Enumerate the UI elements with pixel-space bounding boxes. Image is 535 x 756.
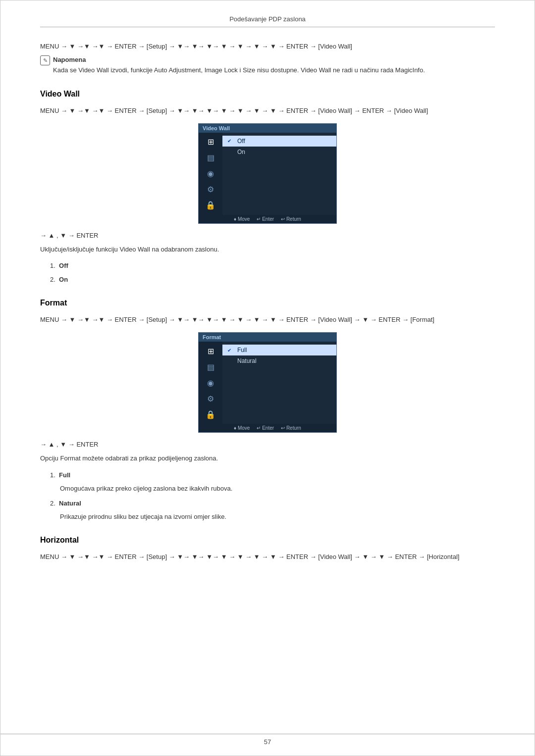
format-menu-box: Format ⊞ ▤ ◉ ⚙ 🔒 — [198, 332, 337, 433]
section-horizontal-heading: Horizontal — [40, 536, 495, 545]
menu-item-on[interactable]: On — [222, 147, 336, 157]
check-full: ✔ — [227, 348, 234, 353]
horizontal-nav: MENU → ▼ →▼ →▼ → ENTER → [Setup] → ▼→ ▼→… — [40, 552, 495, 562]
format-menu-title: Format — [199, 333, 336, 342]
format-full-sub: Omogućava prikaz preko cijelog zaslona b… — [60, 483, 495, 494]
format-menu-content: ⊞ ▤ ◉ ⚙ 🔒 ✔ — [199, 342, 336, 424]
video-wall-screenshot: Video Wall ⊞ ▤ ◉ ⚙ 🔒 — [40, 123, 495, 224]
format-bottom-move: ♦ Move — [234, 425, 250, 431]
list-label-off: Off — [59, 262, 68, 269]
page-header: Podešavanje PDP zaslona — [40, 15, 495, 27]
note-content: Kada se Video Wall izvodi, funkcije Auto… — [53, 66, 425, 74]
format-sidebar-icon-1: ⊞ — [204, 346, 217, 356]
format-display-icon: ▤ — [207, 362, 214, 372]
video-wall-nav: MENU → ▼ →▼ →▼ → ENTER → [Setup] → ▼→ ▼→… — [40, 105, 495, 116]
page-footer: 57 — [0, 734, 535, 746]
format-description: Opciju Format možete odabrati za prikaz … — [40, 453, 495, 463]
list-num-1: 1. — [50, 262, 55, 269]
menu-item-on-label: On — [237, 149, 245, 155]
format-sidebar-icon-3: ◉ — [204, 377, 217, 388]
bottom-enter: ↵ Enter — [257, 216, 274, 222]
video-wall-menu-title: Video Wall — [199, 124, 336, 133]
display-icon: ▤ — [207, 153, 214, 162]
format-list-item-1: 1. Full — [50, 470, 495, 480]
format-arrow-instruction: → ▲ , ▼ → ENTER — [40, 441, 495, 448]
format-bottom-bar: ♦ Move ↵ Enter ↩ Return — [199, 424, 336, 432]
note-icon: ✎ — [40, 55, 50, 65]
sidebar-icon-5: 🔒 — [204, 200, 217, 211]
note-label: Napomena — [53, 56, 86, 63]
intro-nav: MENU → ▼ →▼ →▼ → ENTER → [Setup] → ▼→ ▼→… — [40, 41, 495, 52]
format-list-num-1: 1. — [50, 471, 55, 479]
format-natural-sub-text: Prikazuje prirodnu sliku bez utjecaja na… — [60, 513, 226, 520]
menu-item-off-label: Off — [237, 138, 245, 145]
menu-item-off[interactable]: ✔ Off — [222, 136, 336, 147]
section-video-wall-heading: Video Wall — [40, 90, 495, 99]
note-text: Napomena Kada se Video Wall izvodi, funk… — [53, 55, 425, 76]
circle-icon: ◉ — [207, 169, 214, 178]
format-full-sub-text: Omogućava prikaz preko cijelog zaslona b… — [60, 485, 232, 492]
format-menu-item-full[interactable]: ✔ Full — [222, 345, 336, 355]
page-number: 57 — [264, 738, 271, 746]
format-list-natural-label: Natural — [59, 500, 81, 507]
video-wall-menu-content: ⊞ ▤ ◉ ⚙ 🔒 ✔ — [199, 133, 336, 215]
format-item-full-label: Full — [237, 347, 247, 353]
format-sidebar-icon-5: 🔒 — [204, 409, 217, 420]
format-list-full-label: Full — [59, 471, 70, 479]
check-off: ✔ — [227, 138, 234, 144]
video-wall-description: Uključuje/isključuje funkciju Video Wall… — [40, 244, 495, 254]
list-num-2: 2. — [50, 276, 55, 283]
format-menu-items: ✔ Full Natural — [222, 342, 336, 424]
format-gear-icon: ⚙ — [207, 394, 214, 403]
format-item-natural-label: Natural — [237, 357, 257, 364]
format-nav: MENU → ▼ →▼ →▼ → ENTER → [Setup] → ▼→ ▼→… — [40, 314, 495, 325]
bottom-return: ↩ Return — [281, 216, 301, 222]
page-wrapper: Podešavanje PDP zaslona MENU → ▼ →▼ →▼ →… — [0, 0, 535, 756]
sidebar-icon-3: ◉ — [204, 168, 217, 179]
format-picture-icon: ⊞ — [208, 347, 214, 356]
picture-icon: ⊞ — [208, 137, 214, 147]
menu-sidebar: ⊞ ▤ ◉ ⚙ 🔒 — [199, 133, 222, 215]
format-bottom-return: ↩ Return — [281, 425, 301, 431]
format-menu-item-natural[interactable]: Natural — [222, 355, 336, 366]
sidebar-icon-4: ⚙ — [204, 184, 217, 195]
bottom-move: ♦ Move — [234, 216, 250, 222]
video-wall-list-item-2: 2. On — [50, 274, 495, 285]
format-circle-icon: ◉ — [207, 378, 214, 388]
section-format-heading: Format — [40, 299, 495, 307]
sidebar-icon-1: ⊞ — [204, 137, 217, 148]
video-wall-menu-items: ✔ Off On — [222, 133, 336, 215]
format-screenshot: Format ⊞ ▤ ◉ ⚙ 🔒 — [40, 332, 495, 433]
video-wall-menu-box: Video Wall ⊞ ▤ ◉ ⚙ 🔒 — [198, 123, 337, 224]
format-lock-icon: 🔒 — [206, 410, 215, 419]
video-wall-bottom-bar: ♦ Move ↵ Enter ↩ Return — [199, 215, 336, 223]
format-natural-sub: Prikazuje prirodnu sliku bez utjecaja na… — [60, 511, 495, 522]
list-label-on: On — [59, 276, 68, 283]
format-sidebar-icon-4: ⚙ — [204, 393, 217, 404]
format-list-item-2: 2. Natural — [50, 498, 495, 508]
sidebar-icon-2: ▤ — [204, 152, 217, 163]
format-bottom-enter: ↵ Enter — [257, 425, 274, 431]
format-list-num-2: 2. — [50, 500, 55, 507]
video-wall-list-item-1: 1. Off — [50, 260, 495, 271]
video-wall-arrow-instruction: → ▲ , ▼ → ENTER — [40, 232, 495, 239]
format-sidebar-icon-2: ▤ — [204, 361, 217, 372]
header-title: Podešavanje PDP zaslona — [229, 15, 306, 23]
gear-icon: ⚙ — [207, 185, 214, 194]
intro-nav-text: MENU → ▼ →▼ →▼ → ENTER → [Setup] → ▼→ ▼→… — [40, 43, 352, 50]
note-block: ✎ Napomena Kada se Video Wall izvodi, fu… — [40, 55, 495, 76]
lock-icon: 🔒 — [206, 201, 215, 210]
format-menu-sidebar: ⊞ ▤ ◉ ⚙ 🔒 — [199, 342, 222, 424]
